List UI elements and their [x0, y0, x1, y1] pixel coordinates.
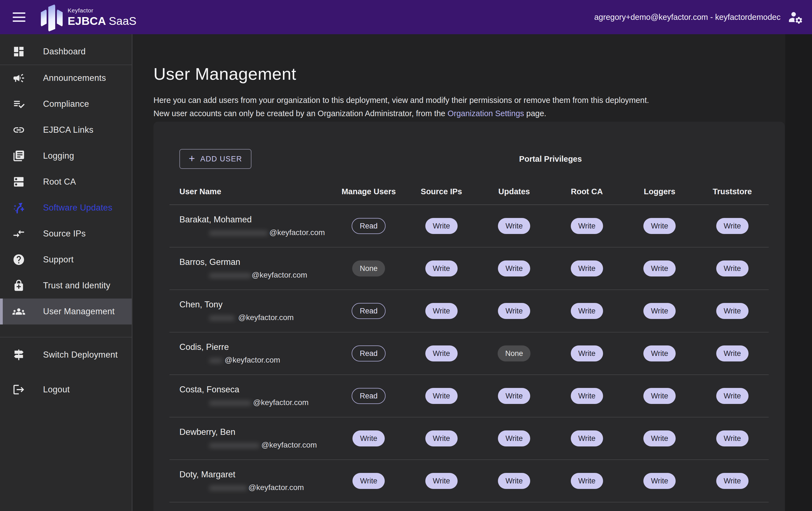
manage-account-icon[interactable]: [788, 10, 803, 25]
privilege-chip-read[interactable]: Read: [352, 303, 385, 319]
add-user-button[interactable]: + ADD USER: [179, 149, 252, 169]
privilege-cell-manage-users: Write: [332, 473, 405, 489]
user-email: xxxxxxxxxx@keyfactor.com: [210, 398, 332, 407]
privilege-cell-root-ca: Write: [551, 261, 624, 276]
privilege-chip-read[interactable]: Read: [352, 388, 385, 404]
sidebar-item-software-updates[interactable]: Software Updates: [0, 195, 132, 221]
organization-settings-link[interactable]: Organization Settings: [448, 109, 524, 118]
table-toolbar: + ADD USER Portal Privileges: [170, 149, 768, 169]
privilege-chip-write[interactable]: Write: [498, 261, 530, 276]
sidebar-item-logging[interactable]: Logging: [0, 143, 132, 169]
privilege-chip-write[interactable]: Write: [716, 218, 749, 234]
privilege-cell-loggers: Write: [623, 303, 696, 319]
redacted-email-local-part: xxxxxxxxxx: [210, 270, 252, 280]
privilege-chip-write[interactable]: Write: [498, 430, 530, 446]
user-name: Dewberry, Ben: [179, 427, 332, 437]
privilege-chip-write[interactable]: Write: [643, 388, 676, 404]
sidebar-item-ejbca-links[interactable]: EJBCA Links: [0, 117, 132, 143]
topbar: Keyfactor EJBCASaaS agregory+demo@keyfac…: [0, 0, 812, 34]
privilege-chip-write[interactable]: Write: [571, 388, 603, 404]
privilege-chip-write[interactable]: Write: [643, 261, 676, 276]
privilege-chip-none[interactable]: None: [352, 261, 385, 276]
privilege-cell-updates: Write: [478, 473, 551, 489]
privilege-chip-read[interactable]: Read: [352, 218, 385, 234]
privilege-chip-write[interactable]: Write: [425, 261, 458, 276]
privilege-chip-write[interactable]: Write: [716, 261, 749, 276]
privilege-chip-write[interactable]: Write: [571, 430, 603, 446]
privilege-cell-loggers: Write: [623, 218, 696, 234]
privilege-cell-manage-users: Read: [332, 388, 405, 404]
user-cell: Dewberry, Benxxxxxxxxxxxx@keyfactor.com: [170, 427, 332, 450]
privilege-chip-write[interactable]: Write: [352, 430, 385, 446]
table-row: Doty, Margaretxxxxxxxxx@keyfactor.comWri…: [170, 460, 768, 503]
privilege-chip-write[interactable]: Write: [716, 303, 749, 319]
privilege-chip-write[interactable]: Write: [498, 388, 530, 404]
user-cell: Barakat, Mohamedxxxxxxxxxxxxxx@keyfactor…: [170, 215, 332, 237]
user-cell: Barros, Germanxxxxxxxxxx@keyfactor.com: [170, 257, 332, 280]
privilege-chip-write[interactable]: Write: [425, 473, 458, 489]
privilege-cell-truststore: Write: [696, 261, 769, 276]
privilege-cell-loggers: Write: [623, 473, 696, 489]
sidebar-item-user-management[interactable]: User Management: [0, 299, 132, 325]
table-row: Barakat, Mohamedxxxxxxxxxxxxxx@keyfactor…: [170, 205, 768, 247]
privilege-chip-write[interactable]: Write: [571, 261, 603, 276]
sidebar-item-source-ips[interactable]: Source IPs: [0, 221, 132, 247]
privilege-chip-write[interactable]: Write: [425, 303, 458, 319]
logout-icon: [12, 383, 25, 396]
privilege-chip-write[interactable]: Write: [716, 345, 749, 361]
privilege-chip-write[interactable]: Write: [643, 430, 676, 446]
sidebar-item-label: Announcements: [43, 73, 106, 83]
column-header-user-name: User Name: [170, 187, 332, 196]
privilege-chip-write[interactable]: Write: [571, 473, 603, 489]
privilege-chip-write[interactable]: Write: [643, 218, 676, 234]
privilege-chip-write[interactable]: Write: [643, 473, 676, 489]
privilege-chip-write[interactable]: Write: [498, 218, 530, 234]
privilege-chip-write[interactable]: Write: [425, 388, 458, 404]
sidebar-item-support[interactable]: Support: [0, 247, 132, 273]
sidebar-item-label: Support: [43, 255, 74, 265]
sidebar-item-label: Dashboard: [43, 47, 86, 57]
sidebar-item-label: Trust and Identity: [43, 280, 110, 291]
sidebar-item-logout[interactable]: Logout: [0, 372, 132, 407]
privilege-cell-manage-users: Read: [332, 345, 405, 361]
privilege-chip-write[interactable]: Write: [571, 303, 603, 319]
sidebar-item-label: Switch Deployment: [43, 350, 118, 360]
sidebar-item-announcements[interactable]: Announcements: [0, 65, 132, 91]
people-group-icon: [12, 305, 25, 318]
privilege-chip-read[interactable]: Read: [352, 345, 385, 361]
sidebar-item-root-ca[interactable]: Root CA: [0, 169, 132, 195]
user-cell: Codis, Pierrexxx@keyfactor.com: [170, 342, 332, 365]
privilege-chip-write[interactable]: Write: [425, 345, 458, 361]
sidebar: DashboardAnnouncementsComplianceEJBCA Li…: [0, 34, 133, 511]
privilege-chip-write[interactable]: Write: [716, 388, 749, 404]
table-header-row: User NameManage UsersSource IPsUpdatesRo…: [170, 182, 768, 205]
portal-privileges-header: Portal Privileges: [332, 154, 768, 163]
brand-text: Keyfactor EJBCASaaS: [68, 7, 136, 27]
privilege-chip-write[interactable]: Write: [571, 218, 603, 234]
keyfactor-logo-icon[interactable]: [41, 2, 63, 32]
sidebar-item-switch-deployment[interactable]: Switch Deployment: [0, 337, 132, 372]
hamburger-menu-icon[interactable]: [13, 12, 25, 22]
privilege-chip-write[interactable]: Write: [352, 473, 385, 489]
privilege-chip-write[interactable]: Write: [716, 430, 749, 446]
sidebar-item-trust-and-identity[interactable]: Trust and Identity: [0, 273, 132, 299]
email-domain: @keyfactor.com: [249, 483, 304, 492]
sidebar-item-compliance[interactable]: Compliance: [0, 91, 132, 117]
privilege-cell-root-ca: Write: [551, 218, 624, 234]
privilege-chip-write[interactable]: Write: [498, 303, 530, 319]
main-content: User Management Here you can add users f…: [133, 34, 812, 511]
privilege-chip-write[interactable]: Write: [643, 345, 676, 361]
privilege-cell-source-ips: Write: [405, 473, 478, 489]
page-title: User Management: [153, 64, 296, 84]
privilege-chip-write[interactable]: Write: [498, 473, 530, 489]
sidebar-item-dashboard[interactable]: Dashboard: [0, 39, 132, 65]
privilege-chip-none[interactable]: None: [498, 345, 530, 361]
privilege-chip-write[interactable]: Write: [425, 430, 458, 446]
privilege-chip-write[interactable]: Write: [716, 473, 749, 489]
privilege-chip-write[interactable]: Write: [571, 345, 603, 361]
email-domain: @keyfactor.com: [225, 356, 280, 364]
privilege-cell-source-ips: Write: [405, 388, 478, 404]
user-name: Barros, German: [179, 257, 332, 267]
privilege-chip-write[interactable]: Write: [425, 218, 458, 234]
privilege-chip-write[interactable]: Write: [643, 303, 676, 319]
